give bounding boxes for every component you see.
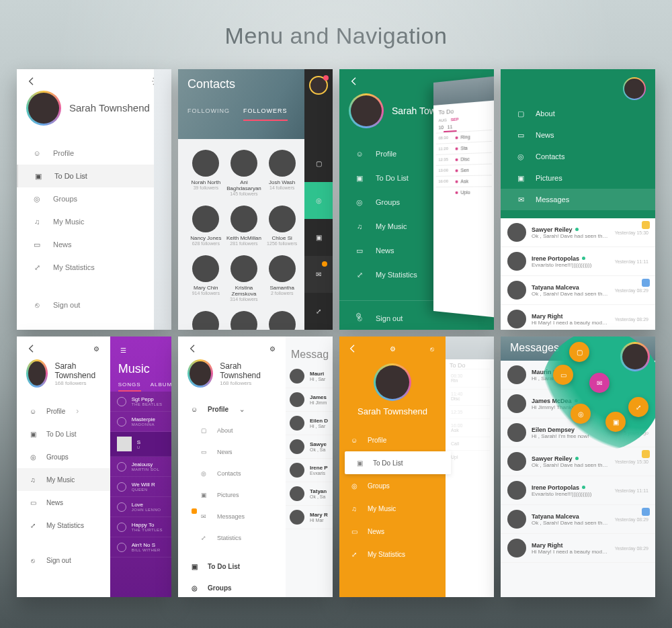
rail-item-contacts[interactable]: ◎: [304, 182, 333, 219]
sidebar-item-profile[interactable]: ☺Profile: [17, 400, 110, 422]
sub-item-pictures[interactable]: ▣Pictures: [178, 484, 286, 506]
rail-item-mail[interactable]: ✉: [304, 256, 333, 293]
message-item[interactable]: Eilen DHi , Sar: [286, 412, 333, 435]
sidebar-item-profile[interactable]: ☺Profile: [17, 142, 171, 165]
sidebar-item-stats[interactable]: ⤢My Statistics: [17, 256, 171, 279]
sidebar-item-news[interactable]: ▭News: [17, 233, 171, 256]
message-item[interactable]: Mary RightHi Mary! I need a beauty model…: [501, 534, 655, 563]
contact-item[interactable]: Norah North39 followers: [187, 150, 224, 196]
sidebar-item-signout[interactable]: ⎋Sign out: [17, 294, 171, 316]
contact-item[interactable]: Nancy Jones628 followers: [187, 206, 224, 246]
sub-item-about[interactable]: ▢About: [178, 420, 286, 441]
gear-icon[interactable]: ⚙: [387, 343, 398, 354]
song-item[interactable]: Ain't No SBILL WITHER: [110, 537, 171, 557]
radial-item-mail[interactable]: ✉: [589, 373, 610, 393]
contact-item[interactable]: Josh Wash14 followers: [263, 150, 300, 196]
back-icon[interactable]: [349, 76, 360, 87]
sidebar-item-groups[interactable]: ◎Groups: [17, 187, 171, 210]
song-item[interactable]: JealousyMARTIN SOL: [110, 457, 171, 477]
rail-item-book[interactable]: ▢: [304, 145, 333, 182]
gear-icon[interactable]: ⚙: [91, 343, 102, 354]
sidebar-item-profile[interactable]: ☺Profile: [339, 429, 446, 451]
overlay-item-about[interactable]: ▢About: [501, 103, 655, 124]
back-icon[interactable]: [187, 343, 198, 354]
sidebar-item-todo[interactable]: ▣To Do List: [17, 422, 110, 445]
contact-item[interactable]: Kristina Zemskova314 followers: [226, 255, 263, 302]
gear-icon[interactable]: ⚙: [267, 343, 278, 354]
message-item[interactable]: Tatyana MalcevaOk , Sarah! Dave had seen…: [501, 276, 655, 305]
contact-item[interactable]: Steven Wilson745 followers: [187, 311, 224, 330]
song-item[interactable]: LoveJOHN LENNO: [110, 497, 171, 517]
contact-item[interactable]: Keith McMillan281 followers: [226, 206, 263, 246]
message-item[interactable]: Irene PortopolasEvxaristo Irene!!!))))))…: [501, 476, 655, 505]
sidebar-item-signout[interactable]: ⎋Sign out: [17, 549, 110, 572]
sidebar-item-todo[interactable]: ▣To Do List: [17, 165, 171, 187]
message-item[interactable]: Irene PortopolasEvxaristo Irene!!!))))))…: [501, 247, 655, 276]
avatar[interactable]: [623, 77, 646, 100]
song-item[interactable]: Sgt PeppTHE BEATLES: [110, 392, 171, 412]
overlay-item-stats[interactable]: ⤢Statistics: [501, 210, 655, 232]
back-icon[interactable]: [26, 76, 37, 87]
sub-item-stats[interactable]: ⤢Statistics: [178, 527, 286, 549]
avatar[interactable]: [374, 363, 411, 401]
avatar[interactable]: [26, 359, 48, 388]
message-item[interactable]: MauriHi , Sar: [286, 365, 333, 388]
radial-item-stats[interactable]: ⤢: [628, 397, 648, 417]
overlay-item-messages[interactable]: ✉Messages: [501, 189, 655, 210]
sidebar-item-todo[interactable]: ▣To Do List: [178, 555, 286, 577]
contact-item[interactable]: Chloe Si1256 followers: [263, 206, 300, 246]
rail-item-pictures[interactable]: ▣: [304, 219, 333, 256]
gear-icon[interactable]: ⚙: [353, 310, 364, 320]
rail-avatar[interactable]: [309, 76, 328, 95]
sidebar-item-stats[interactable]: ⤢My Statistics: [339, 543, 446, 566]
exit-icon[interactable]: ⎋: [427, 343, 437, 354]
contact-item[interactable]: Karen Simo6 followers: [263, 311, 300, 330]
song-item[interactable]: MasterpieMADONNA: [110, 412, 171, 432]
contact-item[interactable]: Ani Baghdasaryan145 followers: [226, 150, 263, 196]
sidebar-item-music[interactable]: ♫My Music: [17, 468, 110, 491]
radial-item-contacts[interactable]: ◎: [571, 404, 591, 424]
avatar[interactable]: [26, 91, 61, 126]
message-item[interactable]: TatyanOk , Sa: [286, 482, 333, 506]
contact-item[interactable]: Samantha2 followers: [263, 255, 300, 302]
overlay-item-news[interactable]: ▭News: [501, 124, 655, 146]
hamburger-icon[interactable]: ☰: [118, 345, 129, 355]
song-item[interactable]: Happy ToTHE TURTLES: [110, 517, 171, 537]
overlay-item-contacts[interactable]: ◎Contacts: [501, 146, 655, 167]
sidebar-item-stats[interactable]: ⤢My Statistics: [17, 514, 110, 537]
radial-item-pictures[interactable]: ▣: [605, 412, 626, 432]
back-icon[interactable]: [347, 343, 358, 354]
sidebar-item-profile[interactable]: ☺Profile: [178, 398, 286, 420]
rail-item-stats[interactable]: ⤢: [304, 293, 333, 330]
message-item[interactable]: JamesHi Jimm: [286, 388, 333, 412]
song-item[interactable]: We Will RQUEEN: [110, 477, 171, 497]
radial-item-news[interactable]: ▭: [553, 365, 573, 385]
message-item[interactable]: Mary RHi Mar: [286, 506, 333, 529]
contact-item[interactable]: Nathan Loceff146 followers: [226, 311, 263, 330]
sub-item-messages[interactable]: ✉Messages: [178, 506, 286, 527]
tab-followers[interactable]: FOLLOWERS: [243, 107, 288, 121]
sidebar-item-news[interactable]: ▭News: [17, 491, 110, 514]
message-item[interactable]: Tatyana MalcevaOk , Sarah! Dave had seen…: [501, 505, 655, 534]
sidebar-item-groups[interactable]: ◎Groups: [17, 445, 110, 468]
avatar[interactable]: [620, 342, 650, 371]
message-item[interactable]: Irene PEvxaris: [286, 459, 333, 482]
sidebar-item-todo[interactable]: ▣To Do List: [345, 451, 451, 474]
message-item[interactable]: SawyeOk , Sa: [286, 435, 333, 459]
tab-songs[interactable]: SONGS: [118, 382, 141, 392]
sidebar-item-groups[interactable]: ◎Groups: [178, 577, 286, 597]
avatar[interactable]: [349, 93, 384, 128]
tab-following[interactable]: FOLLOWING: [187, 107, 230, 121]
sub-item-contacts[interactable]: ◎Contacts: [178, 463, 286, 484]
avatar[interactable]: [187, 359, 213, 388]
song-item[interactable]: SU: [110, 432, 171, 457]
message-item[interactable]: Sawyer ReileyOk , Sarah! Dave had seen t…: [501, 447, 655, 476]
sub-item-news[interactable]: ▭News: [178, 441, 286, 463]
sidebar-item-music[interactable]: ♫My Music: [339, 497, 446, 520]
sidebar-item-groups[interactable]: ◎Groups: [339, 474, 446, 497]
tab-albums[interactable]: ALBUMS: [151, 382, 171, 392]
contact-item[interactable]: Mary Chin914 followers: [187, 255, 224, 302]
sidebar-item-music[interactable]: ♫My Music: [17, 210, 171, 233]
overlay-item-pictures[interactable]: ▣Pictures: [501, 167, 655, 189]
radial-item-book[interactable]: ▢: [569, 342, 589, 362]
